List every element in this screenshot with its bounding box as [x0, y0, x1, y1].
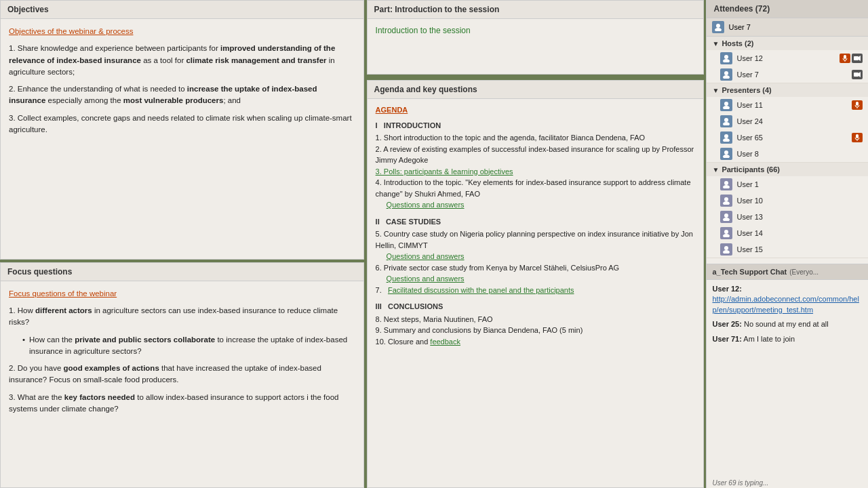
- presenter-user65-mic: [852, 133, 863, 142]
- svg-point-0: [716, 24, 720, 28]
- svg-point-16: [724, 118, 728, 122]
- presenters-label: Presenters (4): [722, 86, 771, 94]
- participant-user14-name: User 14: [736, 229, 863, 237]
- svg-point-33: [723, 250, 730, 253]
- participants-toggle[interactable]: ▼ Participants (66): [707, 163, 868, 176]
- agenda-item-8: 8. Next steps, Maria Nuutinen, FAO: [376, 314, 695, 325]
- presenter-user65-name: User 65: [736, 134, 852, 142]
- chat-msg-user25: User 25: No sound at my end at all: [712, 319, 863, 329]
- hosts-toggle[interactable]: ▼ Hosts (2): [707, 37, 868, 50]
- chat-user25-name: User 25:: [712, 320, 741, 328]
- participant-user1-icon: [720, 178, 732, 190]
- chat-link-user12[interactable]: http://admin.adobeconnect.com/common/hel…: [712, 295, 859, 313]
- participant-user13-name: User 13: [736, 213, 863, 221]
- top-user-row: User 7: [707, 18, 868, 37]
- chat-typing: User 69 is typing...: [707, 478, 868, 488]
- chat-header: a_Tech Support Chat (Everyo...: [707, 264, 868, 280]
- participant-user15-name: User 15: [736, 245, 863, 253]
- host-user12-name: User 12: [736, 54, 840, 62]
- participant-user15-icon: [720, 243, 732, 256]
- svg-point-27: [723, 201, 730, 205]
- host-user12-icon: [720, 52, 732, 64]
- focus-link[interactable]: Focus questions of the webinar: [9, 289, 117, 298]
- participant-user10: User 10: [707, 192, 868, 209]
- qa-link-2[interactable]: Questions and answers: [387, 251, 695, 262]
- qa-link-1[interactable]: Questions and answers: [387, 199, 695, 211]
- chat-msg-user71: User 71: Am I late to join: [712, 334, 863, 344]
- participant-user15: User 15: [707, 241, 868, 258]
- svg-point-31: [723, 234, 730, 237]
- objectives-header: Objectives: [1, 1, 363, 19]
- agenda-item-3: 3. Polls: participants & learning object…: [376, 166, 695, 178]
- host-user7-icon: [720, 68, 732, 81]
- presenter-user24: User 24: [707, 113, 868, 129]
- hosts-list: User 12: [707, 50, 868, 83]
- svg-point-23: [723, 155, 730, 158]
- svg-point-22: [724, 150, 728, 155]
- agenda-item-10: 10. Closure and feedback: [376, 336, 695, 348]
- objectives-link[interactable]: Objectives of the webinar & process: [9, 27, 133, 35]
- focus-panel: Focus questions Focus questions of the w…: [0, 262, 364, 488]
- agenda-item-2: 2. A review of existing examples of succ…: [376, 144, 695, 166]
- svg-point-17: [723, 122, 730, 125]
- participants-section: ▼ Participants (66) User 1 User 1: [707, 163, 868, 258]
- participant-user10-name: User 10: [736, 197, 863, 205]
- participants-label: Participants (66): [722, 165, 780, 174]
- participant-user14: User 14: [707, 225, 868, 241]
- hosts-arrow: ▼: [712, 40, 719, 47]
- fq3-text: 3. What are the key factors needed to al…: [9, 393, 338, 413]
- agenda-title: AGENDA: [376, 104, 695, 116]
- facilitated-link[interactable]: Facilitated discussion with the panel an…: [388, 286, 574, 294]
- participant-user14-icon: [720, 227, 732, 239]
- presenters-toggle[interactable]: ▼ Presenters (4): [707, 83, 868, 97]
- chat-messages: User 12: http://admin.adobeconnect.com/c…: [707, 280, 868, 478]
- host-user7: User 7: [707, 66, 868, 83]
- agenda-item-5: 5. Country case study on Nigeria policy …: [376, 228, 695, 251]
- attendees-label: Attendees: [713, 4, 753, 14]
- agenda-panel: Agenda and key questions AGENDA I INTROD…: [367, 80, 704, 488]
- host-user7-name: User 7: [736, 70, 852, 79]
- presenters-arrow: ▼: [712, 87, 719, 94]
- top-user-name: User 7: [728, 23, 750, 31]
- qa-link-3[interactable]: Questions and answers: [387, 273, 695, 285]
- participant-user1: User 1: [707, 176, 868, 192]
- chat-msg-user12: User 12: http://admin.adobeconnect.com/c…: [712, 284, 863, 315]
- attendees-list: User 7 ▼ Hosts (2) User 12: [707, 18, 868, 264]
- session-header: Part: Introduction to the session: [368, 1, 703, 19]
- svg-point-29: [723, 218, 730, 221]
- presenter-user24-name: User 24: [736, 117, 863, 125]
- agenda-content: AGENDA I INTRODUCTION 1. Short introduct…: [368, 99, 703, 487]
- svg-point-1: [715, 28, 722, 31]
- focus-header: Focus questions: [1, 263, 363, 281]
- chat-panel: a_Tech Support Chat (Everyo... User 12: …: [707, 264, 868, 488]
- host-user12-controls: [840, 54, 863, 63]
- participant-user1-name: User 1: [736, 180, 863, 188]
- presenter-user8-name: User 8: [736, 150, 863, 158]
- participants-arrow: ▼: [712, 166, 719, 174]
- agenda-item-6: 6. Private sector case study from Kenya …: [376, 262, 695, 274]
- svg-marker-7: [859, 56, 861, 61]
- participants-list: User 1 User 10 User 13: [707, 176, 868, 258]
- feedback-link[interactable]: feedback: [430, 338, 460, 346]
- participant-user13: User 13: [707, 209, 868, 225]
- svg-point-3: [723, 59, 730, 62]
- middle-column: Part: Introduction to the session Introd…: [367, 0, 704, 488]
- polls-link[interactable]: 3. Polls: participants & learning object…: [376, 167, 513, 176]
- presenter-user65-controls: [852, 133, 863, 142]
- obj2-text: 2. Enhance the understanding of what is …: [9, 85, 317, 104]
- fq2-text: 2. Do you have good examples of actions …: [9, 364, 321, 384]
- svg-point-9: [723, 75, 730, 79]
- presenter-user11: User 11: [707, 97, 868, 113]
- fq-bullet-text: How can the private and public sectors c…: [29, 334, 355, 358]
- session-panel: Part: Introduction to the session Introd…: [367, 0, 704, 75]
- host-user12: User 12: [707, 50, 868, 66]
- svg-point-13: [723, 106, 730, 109]
- host-user7-controls: [852, 70, 863, 79]
- top-user-icon: [712, 21, 724, 33]
- chat-user71-name: User 71:: [712, 335, 741, 343]
- chat-user12-name: User 12:: [712, 285, 741, 293]
- attendees-count: (72): [755, 4, 770, 14]
- svg-rect-10: [854, 73, 859, 77]
- presenter-user11-controls: [852, 100, 863, 110]
- svg-marker-11: [859, 72, 861, 77]
